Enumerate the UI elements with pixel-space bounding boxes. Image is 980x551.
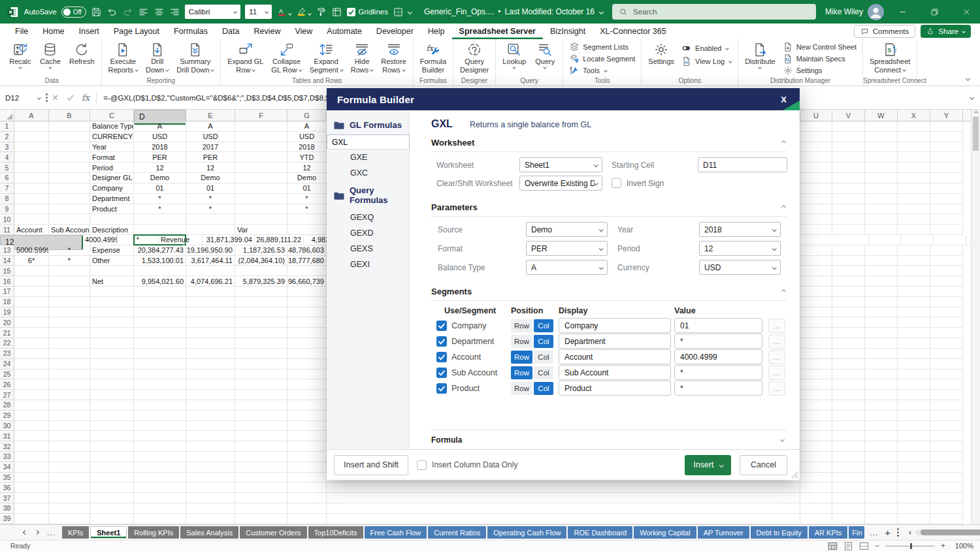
cell-Y16[interactable] [930,276,963,287]
cell-C28[interactable] [90,400,134,411]
cell-E36[interactable] [186,482,235,493]
cell-W34[interactable] [865,462,898,473]
zoom-in-button[interactable]: + [941,541,945,550]
cell-X5[interactable] [898,163,930,173]
redo-icon[interactable] [122,7,133,18]
sheet-tab-sales-analysis[interactable]: Sales Analysis [180,526,238,539]
cell-G20[interactable] [287,317,327,328]
cell-E38[interactable] [186,503,235,514]
row-header-27[interactable]: 27 [0,390,14,400]
cell-X38[interactable] [898,503,930,514]
cell-G9[interactable]: * [287,204,327,215]
column-header-c[interactable]: C [90,110,134,121]
tab-spreadsheet-server[interactable]: Spreadsheet Server [452,24,543,39]
company-display-input[interactable]: Company [559,318,671,333]
cell-X19[interactable] [898,307,930,318]
cell-B29[interactable] [49,411,90,421]
cell-B35[interactable] [49,473,90,483]
cell-E9[interactable]: * [186,204,235,215]
cell-E31[interactable] [186,431,235,441]
cell-W8[interactable] [865,194,898,204]
cell-U10[interactable] [800,214,832,225]
cell-U24[interactable] [800,359,832,370]
align-center-icon[interactable] [154,7,165,18]
cell-A1[interactable] [14,121,49,132]
sheet-tab-customer-orders[interactable]: Customer Orders [240,526,306,539]
row-header-36[interactable]: 36 [0,482,14,493]
cell-U36[interactable] [800,482,832,493]
currency-select[interactable]: USD [699,260,781,275]
column-header-a[interactable]: A [14,110,49,121]
cell-X9[interactable] [898,204,930,215]
sheet-tab-sheet1[interactable]: Sheet1 [90,526,127,539]
cell-X28[interactable] [898,400,930,411]
cell-E27[interactable] [186,390,235,400]
cell-D12[interactable]: 31,871,399.04 [203,235,255,245]
cell-C27[interactable] [90,390,134,400]
cell-W5[interactable] [865,163,898,173]
more-sheets-right[interactable]: ... [870,528,878,537]
cell-V29[interactable] [832,411,865,421]
cell-U3[interactable] [800,142,832,153]
row-header-5[interactable]: 5 [0,163,14,173]
sheet-tab-roe-dashboard[interactable]: ROE Dashboard [568,526,632,539]
cell-E24[interactable] [186,359,235,370]
account-more-button[interactable]: ... [768,350,785,364]
cell-F31[interactable] [235,431,287,441]
settings-button[interactable]: Settings [645,41,678,76]
cell-U34[interactable] [800,462,832,473]
cell-V35[interactable] [832,473,865,483]
cell-D34[interactable] [134,462,186,473]
cell-G21[interactable] [287,328,327,338]
cell-A17[interactable] [14,287,49,297]
cell-E13[interactable]: 19,196,950.90 [186,245,235,256]
cell-D37[interactable] [134,493,186,503]
enabled-button[interactable]: Enabled [679,42,734,54]
cell-B12[interactable]: * [118,235,159,245]
row-header-15[interactable]: 15 [0,266,14,276]
cell-G26[interactable] [287,379,327,390]
cell-X7[interactable] [898,183,930,194]
cell-V7[interactable] [832,183,865,194]
cell-C15[interactable] [90,266,134,276]
expand-formula-bar-icon[interactable] [970,95,974,100]
product-value-input[interactable]: * [674,381,762,396]
cell-X20[interactable] [898,317,930,328]
cell-F27[interactable] [235,390,287,400]
cell-W17[interactable] [865,287,898,297]
cell-V37[interactable] [832,493,865,503]
cell-F2[interactable] [235,132,287,142]
cell-B3[interactable] [49,142,90,153]
comments-button[interactable]: Comments [854,25,916,38]
cell-E20[interactable] [186,317,235,328]
sheet-tab-kpis[interactable]: KPIs [62,526,89,539]
cell-A35[interactable] [14,473,49,483]
cell-D15[interactable] [134,266,186,276]
cell-F10[interactable] [235,214,287,225]
cell-B4[interactable] [49,152,90,163]
summary-drill-down-button[interactable]: SummaryDrill Down [173,41,217,76]
settings-button[interactable]: Settings [780,65,859,76]
tab-automate[interactable]: Automate [319,24,369,39]
cell-G34[interactable] [287,462,327,473]
cell-A31[interactable] [14,431,49,441]
dialog-resize-grip[interactable] [791,471,798,479]
cell-E22[interactable] [186,338,235,349]
cell-D20[interactable] [134,317,186,328]
lookup-button[interactable]: Lookup [499,41,529,76]
row-header-2[interactable]: 2 [0,132,14,142]
cell-A22[interactable] [14,338,49,349]
cell-W11[interactable] [865,225,898,235]
cell-X6[interactable] [898,173,930,183]
cell-X35[interactable] [898,473,930,483]
cell-G25[interactable] [287,370,327,380]
restore-button[interactable] [921,0,948,24]
query-button[interactable]: Query [531,41,559,76]
cell-D27[interactable] [134,390,186,400]
cell-A26[interactable] [14,379,49,390]
cell-U37[interactable] [800,493,832,503]
cell-V17[interactable] [832,287,865,297]
cell-Y18[interactable] [930,297,963,307]
cell-A10[interactable] [14,214,49,225]
execute-reports-button[interactable]: ExecuteReports [105,41,142,76]
